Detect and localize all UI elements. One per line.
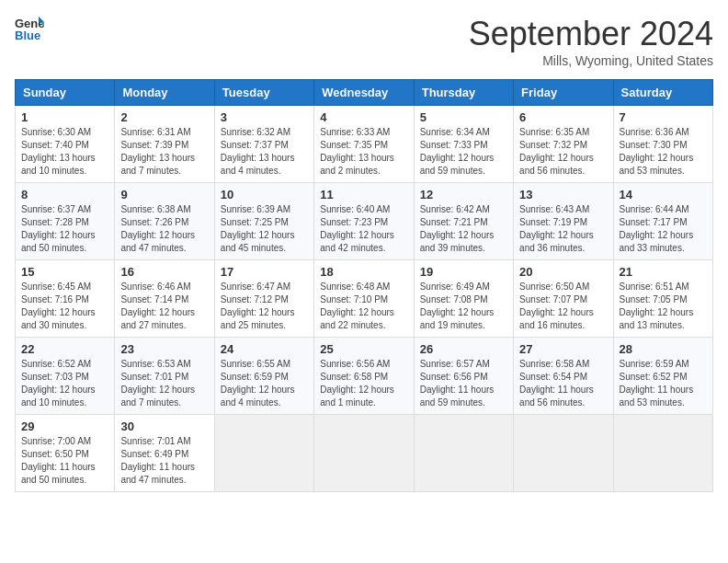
calendar-week-row: 1Sunrise: 6:30 AM Sunset: 7:40 PM Daylig… [16,106,713,183]
day-number: 11 [320,188,407,201]
day-info: Sunrise: 6:48 AM Sunset: 7:10 PM Dayligh… [320,281,407,332]
day-number: 30 [120,419,208,433]
calendar-cell: 11Sunrise: 6:40 AM Sunset: 7:23 PM Dayli… [314,183,414,260]
day-info: Sunrise: 6:52 AM Sunset: 7:03 PM Dayligh… [21,358,108,409]
day-number: 5 [420,110,507,124]
calendar-week-row: 8Sunrise: 6:37 AM Sunset: 7:28 PM Daylig… [16,183,713,260]
calendar-cell: 22Sunrise: 6:52 AM Sunset: 7:03 PM Dayli… [16,338,115,415]
calendar-cell: 18Sunrise: 6:48 AM Sunset: 7:10 PM Dayli… [314,260,414,338]
day-info: Sunrise: 6:53 AM Sunset: 7:01 PM Dayligh… [120,358,208,409]
weekday-header-monday: Monday [115,80,214,106]
calendar-cell: 1Sunrise: 6:30 AM Sunset: 7:40 PM Daylig… [16,106,115,183]
day-info: Sunrise: 6:34 AM Sunset: 7:33 PM Dayligh… [420,126,507,178]
calendar-cell: 24Sunrise: 6:55 AM Sunset: 6:59 PM Dayli… [214,338,313,415]
svg-text:Blue: Blue [15,29,40,40]
calendar-cell [613,415,712,492]
calendar-cell: 3Sunrise: 6:32 AM Sunset: 7:37 PM Daylig… [214,106,313,183]
day-info: Sunrise: 6:43 AM Sunset: 7:19 PM Dayligh… [519,203,607,255]
weekday-header-thursday: Thursday [414,80,513,106]
day-number: 21 [620,265,707,279]
calendar-cell: 7Sunrise: 6:36 AM Sunset: 7:30 PM Daylig… [613,106,712,183]
day-info: Sunrise: 6:45 AM Sunset: 7:16 PM Dayligh… [21,281,108,332]
calendar-cell: 13Sunrise: 6:43 AM Sunset: 7:19 PM Dayli… [514,183,613,260]
day-info: Sunrise: 6:51 AM Sunset: 7:05 PM Dayligh… [620,281,707,332]
day-number: 25 [320,342,407,356]
day-info: Sunrise: 6:40 AM Sunset: 7:23 PM Dayligh… [320,203,407,255]
calendar-cell: 23Sunrise: 6:53 AM Sunset: 7:01 PM Dayli… [115,338,214,415]
weekday-header-wednesday: Wednesday [314,80,414,106]
page-header: General Blue September 2024 Mills, Wyomi… [15,15,713,68]
day-info: Sunrise: 6:49 AM Sunset: 7:08 PM Dayligh… [420,281,507,332]
day-number: 16 [120,265,208,279]
calendar-table: SundayMondayTuesdayWednesdayThursdayFrid… [15,79,713,492]
calendar-cell: 30Sunrise: 7:01 AM Sunset: 6:49 PM Dayli… [115,415,214,492]
calendar-cell [214,415,313,492]
calendar-week-row: 22Sunrise: 6:52 AM Sunset: 7:03 PM Dayli… [16,338,713,415]
day-number: 23 [120,342,208,356]
location: Mills, Wyoming, United States [469,53,713,68]
day-info: Sunrise: 6:47 AM Sunset: 7:12 PM Dayligh… [221,281,308,332]
day-info: Sunrise: 6:30 AM Sunset: 7:40 PM Dayligh… [21,126,108,178]
calendar-cell: 27Sunrise: 6:58 AM Sunset: 6:54 PM Dayli… [514,338,613,415]
day-number: 19 [420,265,507,279]
day-number: 18 [320,265,407,279]
day-number: 12 [420,188,507,201]
weekday-header-tuesday: Tuesday [214,80,313,106]
day-number: 2 [120,110,208,124]
logo: General Blue [15,15,44,40]
calendar-cell: 4Sunrise: 6:33 AM Sunset: 7:35 PM Daylig… [314,106,414,183]
logo-icon: General Blue [15,15,44,40]
day-number: 1 [21,110,108,124]
calendar-cell: 10Sunrise: 6:39 AM Sunset: 7:25 PM Dayli… [214,183,313,260]
day-info: Sunrise: 6:38 AM Sunset: 7:26 PM Dayligh… [120,203,208,255]
day-info: Sunrise: 6:59 AM Sunset: 6:52 PM Dayligh… [620,358,707,409]
calendar-cell: 5Sunrise: 6:34 AM Sunset: 7:33 PM Daylig… [414,106,513,183]
day-info: Sunrise: 6:33 AM Sunset: 7:35 PM Dayligh… [320,126,407,178]
day-number: 17 [221,265,308,279]
weekday-header-sunday: Sunday [16,80,115,106]
calendar-cell: 17Sunrise: 6:47 AM Sunset: 7:12 PM Dayli… [214,260,313,338]
calendar-cell [314,415,414,492]
day-info: Sunrise: 6:44 AM Sunset: 7:17 PM Dayligh… [620,203,707,255]
calendar-week-row: 29Sunrise: 7:00 AM Sunset: 6:50 PM Dayli… [16,415,713,492]
day-info: Sunrise: 6:46 AM Sunset: 7:14 PM Dayligh… [120,281,208,332]
day-number: 20 [519,265,607,279]
calendar-cell: 26Sunrise: 6:57 AM Sunset: 6:56 PM Dayli… [414,338,513,415]
calendar-cell: 19Sunrise: 6:49 AM Sunset: 7:08 PM Dayli… [414,260,513,338]
calendar-cell: 29Sunrise: 7:00 AM Sunset: 6:50 PM Dayli… [16,415,115,492]
weekday-header-row: SundayMondayTuesdayWednesdayThursdayFrid… [16,80,713,106]
day-number: 6 [519,110,607,124]
calendar-cell [414,415,513,492]
day-info: Sunrise: 6:42 AM Sunset: 7:21 PM Dayligh… [420,203,507,255]
day-number: 13 [519,188,607,201]
calendar-cell: 2Sunrise: 6:31 AM Sunset: 7:39 PM Daylig… [115,106,214,183]
day-info: Sunrise: 7:00 AM Sunset: 6:50 PM Dayligh… [21,435,108,487]
day-info: Sunrise: 6:50 AM Sunset: 7:07 PM Dayligh… [519,281,607,332]
calendar-cell: 9Sunrise: 6:38 AM Sunset: 7:26 PM Daylig… [115,183,214,260]
day-number: 3 [221,110,308,124]
calendar-cell: 21Sunrise: 6:51 AM Sunset: 7:05 PM Dayli… [613,260,712,338]
title-block: September 2024 Mills, Wyoming, United St… [469,15,713,68]
calendar-cell [514,415,613,492]
calendar-week-row: 15Sunrise: 6:45 AM Sunset: 7:16 PM Dayli… [16,260,713,338]
day-info: Sunrise: 6:55 AM Sunset: 6:59 PM Dayligh… [221,358,308,409]
day-number: 22 [21,342,108,356]
day-number: 27 [519,342,607,356]
calendar-cell: 15Sunrise: 6:45 AM Sunset: 7:16 PM Dayli… [16,260,115,338]
day-number: 28 [620,342,707,356]
day-number: 10 [221,188,308,201]
day-number: 29 [21,419,108,433]
weekday-header-friday: Friday [514,80,613,106]
day-number: 8 [21,188,108,201]
day-number: 15 [21,265,108,279]
day-number: 4 [320,110,407,124]
calendar-cell: 6Sunrise: 6:35 AM Sunset: 7:32 PM Daylig… [514,106,613,183]
calendar-cell: 16Sunrise: 6:46 AM Sunset: 7:14 PM Dayli… [115,260,214,338]
day-info: Sunrise: 6:37 AM Sunset: 7:28 PM Dayligh… [21,203,108,255]
day-number: 7 [620,110,707,124]
calendar-cell: 8Sunrise: 6:37 AM Sunset: 7:28 PM Daylig… [16,183,115,260]
day-info: Sunrise: 6:56 AM Sunset: 6:58 PM Dayligh… [320,358,407,409]
day-info: Sunrise: 6:32 AM Sunset: 7:37 PM Dayligh… [221,126,308,178]
day-info: Sunrise: 6:57 AM Sunset: 6:56 PM Dayligh… [420,358,507,409]
calendar-cell: 25Sunrise: 6:56 AM Sunset: 6:58 PM Dayli… [314,338,414,415]
